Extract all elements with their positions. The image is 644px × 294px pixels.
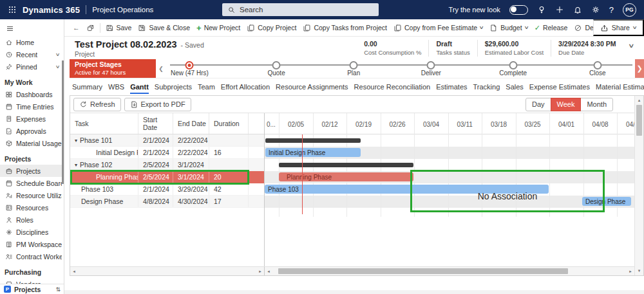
scrollbar-thumb[interactable] xyxy=(636,105,642,136)
table-row[interactable]: ▾Phase 1022/5/20243/1/2024 xyxy=(70,159,264,171)
tab-gantt[interactable]: Gantt xyxy=(130,78,149,95)
tab-resource-reconciliation[interactable]: Resource Reconciliation xyxy=(354,78,431,95)
chart-vertical-scrollbar[interactable]: ▴ ▾ xyxy=(634,96,643,275)
scroll-left-icon[interactable]: ◂ xyxy=(265,267,272,275)
table-horizontal-scrollbar[interactable]: ◂ ▸ xyxy=(70,267,265,275)
stage-circle-close[interactable] xyxy=(593,61,601,69)
share-button[interactable]: Share ∨ xyxy=(593,19,644,36)
area-switcher[interactable]: P Projects ⇅ xyxy=(0,284,64,294)
tab-tracking[interactable]: Tracking xyxy=(473,78,500,95)
tab-estimates[interactable]: Estimates xyxy=(436,78,467,95)
chart-horizontal-scrollbar[interactable]: ◂ ▸ xyxy=(265,267,634,275)
table-row[interactable]: ▾Phase 1012/1/20242/22/2024 xyxy=(70,134,264,147)
plus-icon[interactable] xyxy=(555,5,564,14)
zoom-day-button[interactable]: Day xyxy=(526,98,551,111)
user-avatar[interactable]: PG xyxy=(623,3,636,17)
task-bar-planning-phase[interactable]: Planning Phase xyxy=(279,172,413,181)
column-header-start-date[interactable]: Start Date xyxy=(138,113,173,134)
scroll-right-icon[interactable]: ▸ xyxy=(256,267,264,275)
back-button[interactable]: ← xyxy=(70,21,83,35)
search-icon xyxy=(227,6,236,14)
caret-down-icon[interactable]: ▾ xyxy=(75,138,77,143)
stage-circle-complete[interactable] xyxy=(509,61,517,69)
summary-bar-phase-101[interactable] xyxy=(265,138,361,143)
tab-summary[interactable]: Summary xyxy=(72,78,102,95)
task-name: Phase 102 xyxy=(80,161,112,169)
sidebar-item-resource-utilization[interactable]: Resource Utilization xyxy=(0,189,64,201)
popout-button[interactable] xyxy=(83,21,98,35)
summary-bar-phase-102[interactable] xyxy=(279,163,413,167)
export-pdf-button[interactable]: Export to PDF xyxy=(124,98,191,111)
hamburger-menu-icon[interactable] xyxy=(0,19,14,36)
sidebar-item-material-usage[interactable]: Material Usage xyxy=(0,137,64,149)
sidebar-item-recent[interactable]: Recent∨ xyxy=(0,48,64,60)
column-header-end-date[interactable]: End Date xyxy=(173,113,209,134)
bell-icon[interactable] xyxy=(573,5,582,14)
command-label: Save & Close xyxy=(149,24,190,32)
copy-tasks-from-project-button[interactable]: Copy Tasks from Project xyxy=(299,21,390,35)
sidebar-item-schedule-board[interactable]: Schedule Board xyxy=(0,177,64,189)
table-row[interactable]: Initial Design Phase2/1/20242/22/202416 xyxy=(70,147,264,159)
scroll-down-icon[interactable]: ▾ xyxy=(635,267,643,275)
sidebar-item-pm-workspace[interactable]: PM Workspace xyxy=(0,238,64,250)
tab-subprojects[interactable]: Subprojects xyxy=(155,78,192,95)
tab-wbs[interactable]: WBS xyxy=(108,78,124,95)
scroll-right-icon[interactable]: ▸ xyxy=(627,267,634,275)
waffle-menu-icon[interactable] xyxy=(8,5,17,14)
app-name[interactable]: Project Operations xyxy=(92,6,153,14)
zoom-week-button[interactable]: Week xyxy=(551,98,582,111)
zoom-month-button[interactable]: Month xyxy=(580,98,613,111)
table-row[interactable]: Design Phase4/8/20244/30/202417 xyxy=(70,196,264,208)
start-date-cell: 4/8/2024 xyxy=(138,196,173,207)
scrollbar-thumb[interactable] xyxy=(278,268,568,274)
sidebar-item-roles[interactable]: Roles xyxy=(0,214,64,226)
save-and-close-button[interactable]: Save & Close xyxy=(135,21,193,35)
release-button[interactable]: ✓Release xyxy=(531,21,571,35)
table-row[interactable]: Planning Phase2/5/20243/1/202420 xyxy=(70,171,264,183)
global-search-input[interactable]: Search xyxy=(222,3,379,16)
sidebar-item-pinned[interactable]: Pinned∨ xyxy=(0,60,64,73)
stage-circle-new[interactable] xyxy=(185,61,194,69)
caret-down-icon[interactable]: ▾ xyxy=(75,162,77,168)
sidebar-item-home[interactable]: Home xyxy=(0,36,64,48)
refresh-button[interactable]: Refresh xyxy=(73,98,121,111)
stage-circle-deliver[interactable] xyxy=(427,61,435,69)
scroll-up-icon[interactable]: ▴ xyxy=(635,96,643,104)
tab-effort-allocation[interactable]: Effort Allocation xyxy=(221,78,270,95)
lightbulb-icon[interactable] xyxy=(537,5,546,14)
sidebar-item-contract-workers[interactable]: Contract Workers xyxy=(0,250,64,262)
new-project-button[interactable]: +New Project xyxy=(193,21,243,35)
table-row[interactable]: Phase 1032/1/20243/29/202442 xyxy=(70,183,264,196)
gear-icon[interactable] xyxy=(591,5,600,14)
timeline-gridline xyxy=(482,113,482,134)
sidebar-item-expenses[interactable]: Expenses xyxy=(0,113,64,125)
sidebar-item-projects[interactable]: Projects xyxy=(0,165,64,177)
collapse-header-chevron-icon[interactable]: ∨ xyxy=(628,42,635,59)
sidebar-scrollbar[interactable] xyxy=(62,60,64,184)
tab-resource-assignments[interactable]: Resource Assignments xyxy=(276,78,348,95)
new-look-toggle[interactable] xyxy=(509,5,528,15)
column-header-duration[interactable]: Duration xyxy=(209,113,249,134)
save-button[interactable]: Save xyxy=(102,21,135,35)
sidebar-item-approvals[interactable]: Approvals xyxy=(0,125,64,137)
stage-next-chevron[interactable]: ❯ xyxy=(635,59,644,78)
sidebar-item-disciplines[interactable]: Disciplines xyxy=(0,226,64,238)
sidebar-item-resources[interactable]: Resources xyxy=(0,201,64,214)
stage-circle-quote[interactable] xyxy=(272,61,281,69)
budget-button[interactable]: Budget∨ xyxy=(486,21,531,35)
column-header-task[interactable]: Task xyxy=(70,113,138,134)
tab-expense-estimates[interactable]: Expense Estimates xyxy=(529,78,590,95)
stage-collapse-chevron-icon[interactable]: ❮ xyxy=(156,59,166,78)
tab-material-estimates[interactable]: Material Estimates xyxy=(596,78,644,95)
sidebar-item-time-entries[interactable]: Time Entries xyxy=(0,100,64,113)
timeline-gridline xyxy=(448,113,449,134)
tab-sales[interactable]: Sales xyxy=(506,78,524,95)
help-icon[interactable]: ? xyxy=(609,5,614,15)
scroll-left-icon[interactable]: ◂ xyxy=(70,267,78,275)
tab-team[interactable]: Team xyxy=(198,78,215,95)
copy-project-button[interactable]: Copy Project xyxy=(243,21,299,35)
sidebar-item-dashboards[interactable]: Dashboards xyxy=(0,88,64,100)
copy-from-fee-estimate-button[interactable]: Copy from Fee Estimate∨ xyxy=(390,21,486,35)
task-bar-initial-design-phase[interactable]: Initial Design Phase xyxy=(265,148,361,157)
stage-circle-plan[interactable] xyxy=(350,61,358,69)
